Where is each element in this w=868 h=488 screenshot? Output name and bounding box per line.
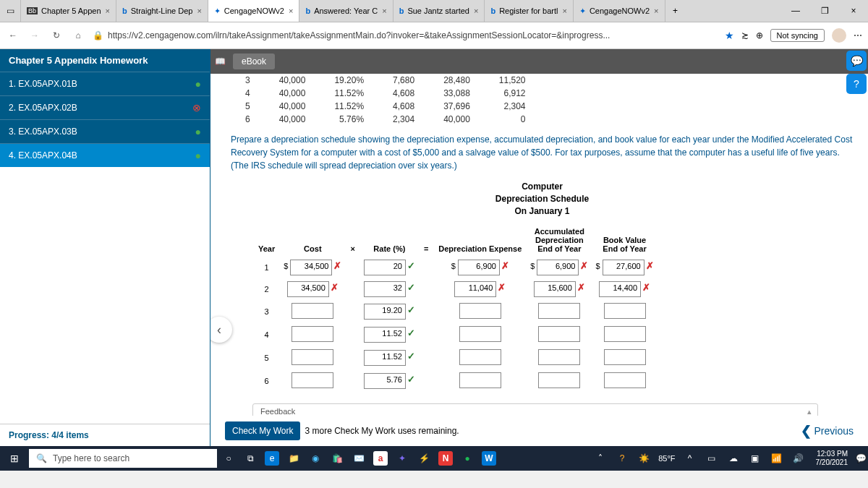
temperature[interactable]: 85°F [658, 454, 675, 463]
value-input[interactable] [604, 372, 646, 388]
volume-icon[interactable]: 🔊 [791, 451, 806, 466]
value-input[interactable]: 27,600 [603, 260, 644, 275]
value-input[interactable] [604, 349, 646, 365]
app-icon-2[interactable]: ✦ [395, 451, 409, 466]
previous-button[interactable]: Previous [801, 423, 854, 439]
menu-button[interactable]: ⋯ [854, 30, 862, 40]
value-input[interactable] [538, 372, 580, 388]
value-input[interactable] [292, 303, 333, 319]
value-input[interactable] [538, 303, 580, 319]
tab-3[interactable]: bAnswered: Year C× [299, 0, 393, 22]
store-icon[interactable]: 🛍️ [330, 451, 344, 466]
value-input[interactable] [538, 326, 580, 342]
value-input[interactable]: 5.76 [364, 373, 406, 389]
value-input[interactable]: 11.52 [364, 327, 406, 343]
prev-scroll-button[interactable]: ‹ [210, 317, 232, 343]
taskview-icon[interactable]: ⧉ [243, 451, 258, 466]
value-input[interactable]: 14,400 [599, 281, 641, 297]
value-input[interactable] [292, 326, 333, 342]
clock[interactable]: 12:03 PM 7/20/2021 [810, 450, 854, 467]
value-input[interactable] [459, 349, 501, 365]
maximize-button[interactable]: ❐ [810, 0, 839, 22]
tab-4[interactable]: bSue Jantz started× [393, 0, 485, 22]
sidebar-item-1[interactable]: 1. EX.05APX.01B● [0, 72, 210, 95]
notifications-icon[interactable]: 💬 [854, 451, 868, 466]
value-input[interactable]: 32 [364, 281, 406, 297]
edge-icon-2[interactable]: ◉ [308, 451, 323, 466]
feedback-panel[interactable]: Feedback [252, 403, 818, 416]
weather-icon[interactable]: ☀️ [637, 451, 651, 466]
app-icon[interactable]: a [373, 451, 388, 466]
help-icon[interactable]: ? [846, 74, 867, 94]
value-input[interactable] [604, 326, 646, 342]
ebook-button[interactable]: eBook [233, 53, 275, 69]
value-input[interactable]: 15,600 [534, 281, 576, 297]
close-icon[interactable]: × [197, 7, 201, 15]
display-icon[interactable]: ▣ [748, 451, 762, 466]
forward-button[interactable]: → [27, 30, 42, 40]
close-icon[interactable]: × [106, 7, 110, 15]
mail-icon[interactable]: ✉️ [352, 451, 366, 466]
close-icon[interactable]: × [289, 7, 293, 15]
cortana-icon[interactable]: ○ [221, 451, 236, 466]
value-input[interactable] [538, 349, 580, 365]
sidebar-item-2[interactable]: 2. EX.05APX.02B⊗ [0, 95, 210, 119]
close-icon[interactable]: × [382, 7, 386, 15]
tab-1[interactable]: bStraight-Line Dep× [116, 0, 208, 22]
value-input[interactable] [459, 303, 501, 319]
value-input[interactable] [292, 372, 333, 388]
tray-up-icon[interactable]: ^ [683, 451, 697, 466]
tab-actions-icon[interactable]: ▭ [0, 0, 21, 22]
explorer-icon[interactable]: 📁 [286, 451, 301, 466]
value-input[interactable]: 6,900 [458, 260, 500, 275]
close-icon[interactable]: × [474, 7, 478, 15]
close-icon[interactable]: × [654, 7, 658, 15]
sidebar-item-3[interactable]: 3. EX.05APX.03B● [0, 119, 210, 143]
value-input[interactable] [459, 326, 501, 342]
cloud-icon[interactable]: ☁ [726, 451, 741, 466]
value-input[interactable] [292, 349, 333, 365]
app-icon-4[interactable]: N [438, 451, 453, 466]
tab-5[interactable]: bRegister for bartl× [485, 0, 573, 22]
spotify-icon[interactable]: ● [460, 451, 475, 466]
url-field[interactable]: 🔒https://v2.cengagenow.com/ilrn/takeAssi… [93, 30, 718, 40]
tab-0[interactable]: BbChapter 5 Appen× [21, 0, 116, 22]
value-input[interactable]: 6,900 [537, 260, 579, 275]
favorite-icon[interactable]: ★ [725, 30, 734, 41]
refresh-button[interactable]: ↻ [49, 30, 64, 40]
value-input[interactable] [459, 372, 501, 388]
value-input[interactable]: 20 [364, 260, 406, 275]
value-input[interactable]: 19.20 [364, 304, 406, 320]
word-icon[interactable]: W [482, 451, 496, 466]
check-my-work-button[interactable]: Check My Work [225, 421, 300, 440]
collections-icon[interactable]: ⊕ [756, 30, 763, 40]
new-tab-button[interactable]: + [665, 0, 686, 22]
sidebar-item-4[interactable]: 4. EX.05APX.04B● [0, 143, 210, 167]
value-input[interactable]: 11,040 [454, 281, 496, 297]
profile-avatar[interactable] [832, 28, 846, 43]
tab-2[interactable]: ✦CengageNOWv2× [208, 0, 300, 22]
favorites-bar-icon[interactable]: ≿ [741, 30, 749, 40]
sync-status[interactable]: Not syncing [770, 29, 825, 42]
battery-icon[interactable]: ▭ [705, 451, 719, 466]
tab-6[interactable]: ✦CengageNOWv2× [574, 0, 665, 22]
home-button[interactable]: ⌂ [71, 30, 85, 40]
close-window-button[interactable]: × [839, 0, 868, 22]
value-input[interactable]: 34,500 [287, 281, 329, 297]
tray-chevron[interactable]: ˄ [593, 451, 608, 466]
status-icon: ● [195, 126, 201, 137]
value-input[interactable]: 34,500 [290, 260, 332, 275]
start-button[interactable]: ⊞ [0, 453, 29, 464]
close-icon[interactable]: × [562, 7, 566, 15]
help-tray-icon[interactable]: ? [615, 451, 629, 466]
wifi-icon[interactable]: 📶 [770, 451, 784, 466]
app-icon-3[interactable]: ⚡ [417, 451, 431, 466]
taskbar-search[interactable]: 🔍Type here to search [29, 449, 217, 468]
minimize-button[interactable]: — [781, 0, 810, 22]
back-button[interactable]: ← [6, 30, 20, 40]
browser-titlebar: ▭ BbChapter 5 Appen× bStraight-Line Dep×… [0, 0, 868, 22]
value-input[interactable] [604, 303, 646, 319]
value-input[interactable]: 11.52 [364, 350, 406, 366]
chat-icon[interactable]: 💬 [846, 51, 867, 71]
edge-icon[interactable]: e [265, 451, 279, 466]
